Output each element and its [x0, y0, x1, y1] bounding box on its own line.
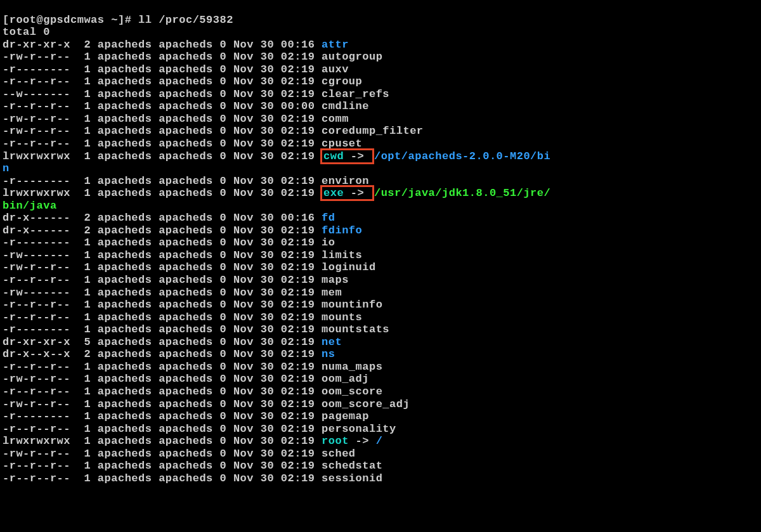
fname: attr [322, 39, 349, 51]
owner: apacheds [98, 448, 159, 460]
size: 0 [220, 51, 233, 63]
group: apacheds [159, 423, 219, 435]
owner: apacheds [98, 125, 159, 137]
links: 1 [70, 386, 98, 398]
links: 1 [70, 100, 98, 112]
owner: apacheds [98, 187, 159, 199]
day: 30 [261, 299, 281, 311]
day: 30 [261, 373, 281, 385]
time: 00:16 [281, 212, 315, 224]
month: Nov [233, 410, 261, 422]
links: 1 [70, 63, 98, 75]
group: apacheds [159, 299, 219, 311]
month: Nov [233, 88, 261, 100]
owner: apacheds [98, 311, 159, 323]
time: 02:19 [281, 361, 315, 373]
day: 30 [261, 423, 281, 435]
links: 2 [70, 39, 98, 51]
links: 1 [70, 361, 98, 373]
list-row: -rw-r--r-- 1 apacheds apacheds 0 Nov 30 … [3, 125, 758, 138]
day: 30 [261, 113, 281, 125]
month: Nov [233, 423, 261, 435]
links: 1 [70, 472, 98, 484]
day: 30 [261, 249, 281, 261]
list-row: -r--r--r-- 1 apacheds apacheds 0 Nov 30 … [3, 138, 758, 150]
day: 30 [261, 63, 281, 75]
perms: lrwxrwxrwx [3, 435, 70, 447]
owner: apacheds [98, 287, 159, 299]
size: 0 [220, 299, 233, 311]
owner: apacheds [98, 460, 159, 472]
time: 02:19 [281, 460, 315, 472]
links: 1 [70, 249, 98, 261]
list-row: -r-------- 1 apacheds apacheds 0 Nov 30 … [3, 237, 758, 249]
links: 1 [70, 373, 98, 385]
size: 0 [220, 237, 233, 249]
perms: -r--r--r-- [3, 138, 70, 150]
fname: schedstat [322, 460, 382, 472]
links: 2 [70, 224, 98, 237]
highlight-box: exe -> [320, 185, 374, 201]
group: apacheds [159, 249, 219, 261]
size: 0 [220, 224, 233, 237]
link-target-wrap: n [3, 162, 10, 174]
owner: apacheds [98, 398, 159, 410]
time: 02:19 [281, 448, 315, 460]
owner: apacheds [98, 472, 159, 484]
listing: dr-xr-xr-x 2 apacheds apacheds 0 Nov 30 … [3, 39, 758, 485]
owner: apacheds [98, 150, 159, 162]
fname: ns [322, 348, 335, 360]
group: apacheds [159, 448, 219, 460]
prompt: [root@gpsdcmwas ~]# ll /proc/59382 [3, 14, 233, 26]
time: 02:19 [281, 249, 315, 261]
perms: -r--r--r-- [3, 299, 70, 311]
perms: --w------- [3, 88, 70, 100]
owner: apacheds [98, 410, 159, 422]
perms: lrwxrwxrwx [3, 150, 70, 162]
size: 0 [220, 138, 233, 150]
day: 30 [261, 361, 281, 373]
month: Nov [233, 224, 261, 237]
fname: numa_maps [322, 361, 382, 373]
perms: -r--r--r-- [3, 274, 70, 286]
owner: apacheds [98, 435, 159, 447]
day: 30 [261, 138, 281, 150]
size: 0 [220, 187, 233, 199]
month: Nov [233, 63, 261, 75]
month: Nov [233, 398, 261, 410]
size: 0 [220, 361, 233, 373]
size: 0 [220, 75, 233, 88]
group: apacheds [159, 261, 219, 273]
month: Nov [233, 237, 261, 249]
fname: oom_score_adj [322, 398, 410, 410]
day: 30 [261, 100, 281, 112]
owner: apacheds [98, 361, 159, 373]
size: 0 [220, 311, 233, 323]
perms: dr-x------ [3, 212, 70, 224]
owner: apacheds [98, 88, 159, 100]
day: 30 [261, 398, 281, 410]
time: 02:19 [281, 75, 315, 88]
highlight-box: cwd -> [320, 148, 374, 164]
time: 02:19 [281, 336, 315, 348]
fname: maps [322, 274, 349, 286]
perms: dr-x------ [3, 224, 70, 237]
month: Nov [233, 323, 261, 335]
group: apacheds [159, 472, 219, 484]
arrow: -> [344, 150, 371, 162]
links: 1 [70, 125, 98, 137]
fname: sched [322, 448, 356, 460]
size: 0 [220, 323, 233, 335]
list-row-wrap: bin/java [3, 200, 758, 212]
fname: pagemap [322, 410, 369, 422]
day: 30 [261, 348, 281, 360]
list-row: -r--r--r-- 1 apacheds apacheds 0 Nov 30 … [3, 100, 758, 113]
owner: apacheds [98, 261, 159, 273]
fname: exe [323, 187, 344, 199]
time: 02:19 [281, 175, 315, 187]
day: 30 [261, 311, 281, 323]
month: Nov [233, 261, 261, 273]
group: apacheds [159, 39, 219, 51]
time: 02:19 [281, 150, 315, 162]
month: Nov [233, 336, 261, 348]
